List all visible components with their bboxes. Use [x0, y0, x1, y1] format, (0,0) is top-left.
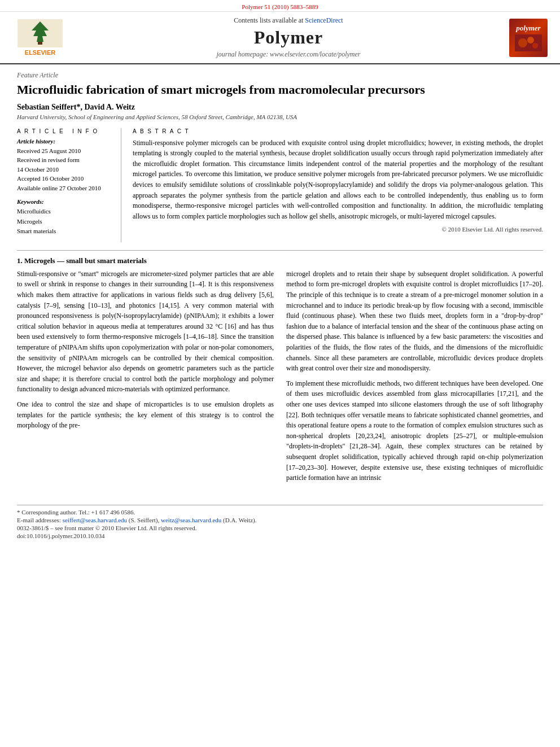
top-bar: Polymer 51 (2010) 5883–5889 — [0, 0, 560, 12]
header-center: Contents lists available at ScienceDirec… — [77, 16, 500, 59]
body-columns: Stimuli-responsive or "smart" microgels … — [17, 269, 543, 488]
email1-link[interactable]: seiffert@seas.harvard.edu — [63, 517, 127, 523]
journal-citation: Polymer 51 (2010) 5883–5889 — [242, 3, 318, 10]
svg-point-5 — [527, 37, 534, 43]
body-col-right: microgel droplets and to retain their sh… — [286, 269, 543, 488]
abstract-label: A B S T R A C T — [133, 128, 543, 134]
sciencedirect-line: Contents lists available at ScienceDirec… — [77, 16, 500, 25]
affiliation: Harvard University, School of Engineerin… — [17, 113, 543, 120]
keywords-section: Keywords: Microfluidics Microgels Smart … — [17, 198, 114, 237]
badge-image-icon — [515, 34, 542, 51]
elsevier-logo-icon — [18, 19, 63, 47]
journal-header: ELSEVIER Contents lists available at Sci… — [0, 12, 560, 64]
svg-point-6 — [532, 43, 538, 49]
article-history: Article history: Received 25 August 2010… — [17, 138, 114, 193]
copyright: © 2010 Elsevier Ltd. All rights reserved… — [133, 226, 543, 233]
header-right: polymer — [506, 16, 551, 59]
elsevier-brand: ELSEVIER — [25, 49, 55, 56]
feature-article-label: Feature Article — [17, 71, 543, 80]
left-column: A R T I C L E I N F O Article history: R… — [17, 128, 121, 242]
issn-line: 0032-3861/$ – see front matter © 2010 El… — [17, 525, 543, 531]
journal-homepage: journal homepage: www.elsevier.com/locat… — [77, 50, 500, 59]
header-left: ELSEVIER — [9, 16, 71, 59]
article-info-label: A R T I C L E I N F O — [17, 128, 114, 134]
abstract-text: Stimuli-responsive polymer microgels can… — [133, 138, 543, 222]
article-title: Microfluidic fabrication of smart microg… — [17, 82, 543, 98]
received-date: Received 25 August 2010 Received in revi… — [17, 146, 114, 193]
journal-name: Polymer — [77, 27, 500, 48]
section-divider — [17, 250, 543, 251]
sciencedirect-link[interactable]: ScienceDirect — [305, 16, 343, 24]
keywords-list: Microfluidics Microgels Smart materials — [17, 207, 114, 237]
abstract-column: A B S T R A C T Stimuli-responsive polym… — [133, 128, 543, 242]
doi-line: doi:10.1016/j.polymer.2010.10.034 — [17, 532, 543, 539]
page-wrapper: Polymer 51 (2010) 5883–5889 ELSEVIER Con… — [0, 0, 560, 747]
section1-title: 1. Microgels — small but smart materials — [17, 256, 543, 265]
email-line: E-mail addresses: seiffert@seas.harvard.… — [17, 517, 543, 523]
corresponding-author: * Corresponding author. Tel.: +1 617 496… — [17, 509, 543, 516]
article-content: Feature Article Microfluidic fabrication… — [0, 64, 560, 499]
svg-point-4 — [518, 38, 527, 47]
email2-link[interactable]: weitz@seas.harvard.edu — [161, 517, 221, 523]
authors: Sebastian Seiffert*, David A. Weitz — [17, 103, 543, 112]
svg-rect-2 — [38, 42, 42, 45]
body-col-left: Stimuli-responsive or "smart" microgels … — [17, 269, 274, 488]
keywords-label: Keywords: — [17, 198, 114, 205]
article-info-abstract: A R T I C L E I N F O Article history: R… — [17, 128, 543, 242]
polymer-badge: polymer — [509, 19, 548, 57]
footnote-area: * Corresponding author. Tel.: +1 617 496… — [17, 505, 543, 539]
history-label: Article history: — [17, 138, 114, 145]
